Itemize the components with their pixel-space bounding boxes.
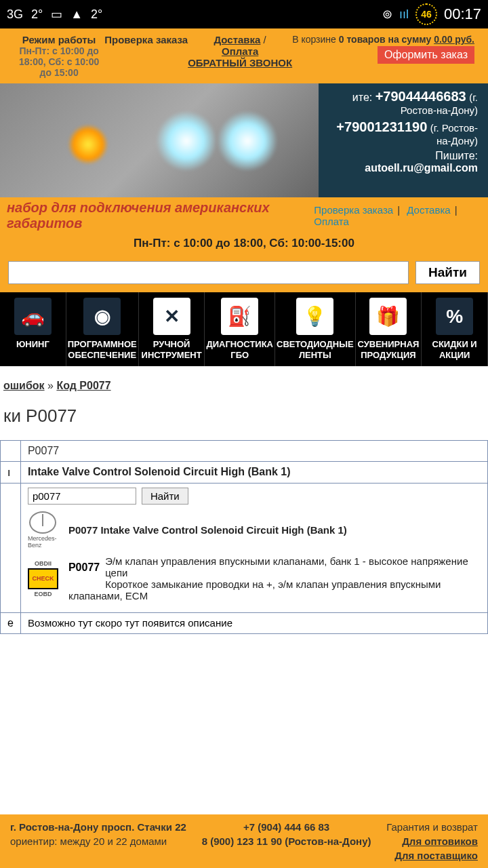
wifi-icon: ⊚: [382, 7, 392, 22]
battery-indicator: 46: [415, 3, 437, 25]
car-icon: 🚗: [14, 298, 52, 335]
cat-sale[interactable]: %СКИДКИ И АКЦИИ: [422, 292, 488, 366]
order-check-link[interactable]: Проверка заказа: [104, 34, 188, 78]
clock: 00:17: [444, 5, 481, 23]
obd-code: P0077: [68, 555, 100, 579]
callback-link[interactable]: ОБРАТНЫЙ ЗВОНОК: [188, 57, 292, 68]
hero-banner: ите: +79044446683 (г. Ростов-на-Дону) +7…: [0, 83, 488, 197]
mercedes-icon: Mercedes-Benz: [28, 511, 58, 549]
hero-contacts: ите: +79044446683 (г. Ростов-на-Дону) +7…: [319, 83, 488, 197]
email-link[interactable]: autoell.ru@gmail.com: [365, 162, 478, 174]
gallery-icon: ▭: [51, 7, 62, 22]
breadcrumb-code[interactable]: Код P0077: [56, 380, 110, 391]
temp-2: 2°: [91, 7, 102, 22]
mini-search-button[interactable]: Найти: [142, 488, 188, 505]
search-bar: Найти: [0, 253, 488, 292]
cat-software[interactable]: ◉ПРОГРАММНОЕ ОБЕСПЕЧЕНИЕ: [66, 292, 139, 366]
cat-souvenir[interactable]: 🎁СУВЕНИРНАЯ ПРОДУКЦИЯ: [356, 292, 422, 366]
top-info-bar: Режим работы Пн-Пт: с 10:00 до 18:00, Сб…: [0, 28, 488, 83]
order-button[interactable]: Оформить заказ: [378, 46, 474, 64]
phone-2[interactable]: +79001231190: [336, 119, 427, 134]
footer-warranty[interactable]: Гарантия и возврат: [386, 821, 478, 833]
note-cell: Возможно тут скоро тут появится описание: [20, 613, 487, 634]
footer-phone1[interactable]: +7 (904) 444 66 83: [243, 821, 329, 833]
work-hours: Пн-Пт: с 10:00 до 18:00, Сб: с 10:00 до …: [14, 45, 104, 78]
payment-link[interactable]: Оплата: [222, 45, 258, 57]
hours-banner: Пн-Пт: с 10:00 до 18:00, Сб: 10:00-15:00: [0, 234, 488, 253]
obd-icon: OBDII CHECK EOBD: [28, 560, 58, 597]
percent-icon: %: [436, 298, 473, 335]
footer-suppliers[interactable]: Для поставщико: [386, 848, 478, 863]
search-input[interactable]: [8, 261, 409, 284]
promo-strip: набор для подключения американских габар…: [0, 197, 488, 234]
obd-line2: Короткое замыкание проводки на +, э/м кл…: [68, 578, 481, 601]
cart-prefix: В корзине: [292, 34, 336, 45]
cat-tuning[interactable]: 🚗ЮНИНГ: [0, 292, 66, 366]
breadcrumb: ошибок » Код P0077: [0, 380, 488, 392]
category-nav: 🚗ЮНИНГ ◉ПРОГРАММНОЕ ОБЕСПЕЧЕНИЕ ✕РУЧНОЙ …: [0, 292, 488, 366]
main-content: ошибок » Код P0077 ки P0077 P0077 וIntak…: [0, 366, 488, 634]
search-button[interactable]: Найти: [415, 261, 480, 284]
gift-icon: 🎁: [369, 298, 407, 335]
footer-phone2[interactable]: 8 (900) 123 11 90 (Ростов-на-Дону): [202, 835, 371, 847]
tools-icon: ✕: [153, 298, 190, 335]
cat-gbo[interactable]: ⛽ДИАГНОСТИКА ГБО: [205, 292, 275, 366]
delivery-link[interactable]: Доставка: [214, 34, 261, 45]
cart-sum: 0.00 руб.: [434, 34, 474, 45]
android-status-bar: 3G 2° ▭ ▲ 2° ⊚ ııl 46 00:17: [0, 0, 488, 28]
cat-tools[interactable]: ✕РУЧНОЙ ИНСТРУМЕНТ: [139, 292, 205, 366]
page-title: ки P0077: [0, 406, 488, 427]
mercedes-desc: P0077 Intake Valve Control Solenoid Circ…: [68, 524, 481, 536]
footer-wholesale[interactable]: Для оптовиков: [386, 834, 478, 848]
signal-icon: ııl: [399, 7, 409, 22]
error-code-table: P0077 וIntake Valve Control Solenoid Cir…: [0, 440, 488, 634]
work-mode-title: Режим работы: [14, 34, 104, 45]
app-icon: ▲: [70, 7, 83, 22]
mini-search-input[interactable]: [28, 488, 136, 505]
cat-led[interactable]: 💡СВЕТОДИОДНЫЕ ЛЕНТЫ: [275, 292, 356, 366]
breadcrumb-errors[interactable]: ошибок: [3, 380, 45, 391]
obd-line1: Э/м клапан управления впускными клапанам…: [68, 555, 481, 578]
hero-car-image: [0, 83, 319, 197]
gbo-icon: ⛽: [221, 298, 258, 335]
desc-en-cell: Intake Valve Control Solenoid Circuit Hi…: [20, 462, 487, 484]
disc-icon: ◉: [83, 298, 121, 335]
led-icon: 💡: [296, 298, 333, 335]
strip-payment[interactable]: Оплата: [314, 216, 349, 227]
cart-items: 0 товаров на сумму: [339, 34, 432, 45]
promo-text: набор для подключения американских габар…: [7, 200, 310, 231]
footer-addr2: ориентир: между 20 и 22 домами: [10, 835, 167, 847]
detail-cell: Найти Mercedes-Benz P0077 Intake Valve C…: [20, 484, 487, 613]
code-cell: P0077: [20, 441, 487, 462]
strip-delivery[interactable]: Доставка: [407, 204, 450, 216]
temp-1: 2°: [31, 7, 43, 22]
footer-addr1: г. Ростов-на-Дону просп. Стачки 22: [10, 821, 186, 833]
footer: г. Ростов-на-Дону просп. Стачки 22 ориен…: [0, 814, 488, 868]
phone-1[interactable]: +79044446683: [375, 89, 466, 104]
strip-check[interactable]: Проверка заказа: [314, 204, 393, 216]
network-indicator: 3G: [7, 7, 23, 22]
